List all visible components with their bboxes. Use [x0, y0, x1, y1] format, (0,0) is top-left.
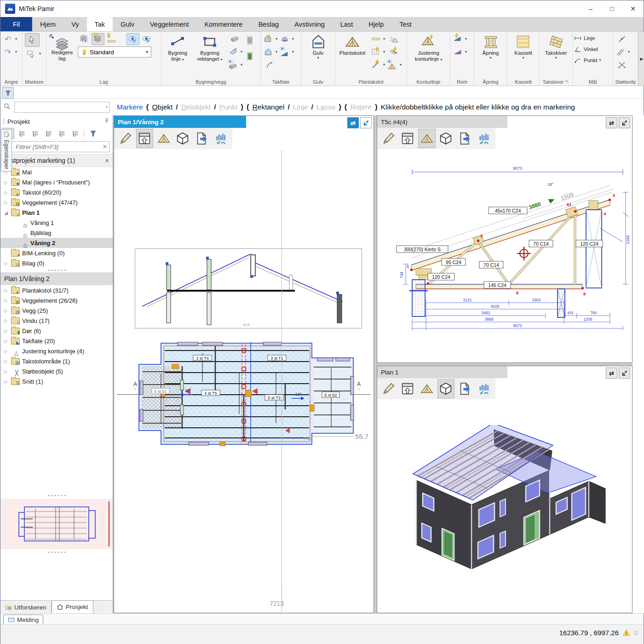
tree-item[interactable]: ▷ ⊘ Bilag (0) — [0, 258, 113, 268]
redigere-lag-button[interactable]: Redigere lag — [47, 33, 77, 78]
3d-view-button[interactable] — [437, 129, 455, 148]
mode-option[interactable]: ) — [339, 103, 341, 112]
truss-view-button[interactable] — [155, 129, 172, 148]
layer-item[interactable]: ▷ ⇅ Snitt (1) — [0, 376, 113, 386]
layer-item[interactable]: ▷ ◣ Takflate (20) — [0, 336, 113, 346]
bygning-rektangel-button[interactable]: Bygning rektangel ▾ — [194, 33, 226, 78]
support-parallel-button[interactable] — [614, 46, 627, 58]
roof-visibility-button[interactable] — [278, 46, 291, 58]
dropdown-caret-icon[interactable]: ▾ — [628, 50, 630, 54]
tab-melding[interactable]: Melding — [3, 615, 43, 625]
mode-option[interactable]: / — [311, 103, 313, 111]
mode-option[interactable]: ( — [247, 103, 249, 112]
layer-item[interactable]: ▷ ╳ Støtteobjekt (5) — [0, 366, 113, 376]
dim-punkt-button[interactable]: Punkt▾ — [574, 55, 601, 65]
tab-prosjekt[interactable]: Prosjekt — [52, 600, 93, 613]
wall-panel-button[interactable] — [227, 46, 240, 58]
expander-icon[interactable]: ▷ — [3, 369, 9, 374]
expander-icon[interactable]: ▷ — [3, 200, 9, 205]
mode-option[interactable]: Linje — [293, 103, 308, 111]
tree-settings-button[interactable] — [29, 128, 41, 139]
dropdown-caret-icon[interactable]: ▾ — [465, 37, 467, 41]
ribbon-tab[interactable]: Last — [333, 17, 361, 31]
viewport-title-bar[interactable]: Plan 1/Våning 2 — [114, 116, 246, 128]
search-combobox[interactable]: ▾ — [14, 102, 110, 113]
expander-icon[interactable]: ▷ — [3, 359, 9, 364]
expander-icon[interactable]: ▷ — [3, 261, 9, 266]
kassett-button[interactable]: Kassett ▾ — [513, 33, 533, 78]
layer-single-button[interactable] — [105, 33, 118, 45]
wall-visibility-button[interactable] — [227, 59, 240, 71]
expander-icon[interactable]: ▷ — [3, 339, 9, 344]
dropdown-caret-icon[interactable]: ▾ — [383, 63, 385, 67]
results-button[interactable] — [476, 379, 493, 398]
truss-view-button[interactable] — [418, 129, 436, 148]
design-mode-button[interactable] — [380, 129, 397, 148]
undo-button[interactable]: ↶ — [1, 33, 14, 45]
expander-icon[interactable]: ▷ — [3, 298, 9, 303]
plan-view-button[interactable] — [136, 129, 154, 148]
tree-item[interactable]: ⌂ Våning 1 — [0, 218, 113, 228]
layer-item[interactable]: ▷ △ Justering konturlinje (4) — [0, 346, 113, 356]
layer-select-dropdown[interactable]: Standard ▾ — [78, 46, 151, 58]
mode-option[interactable]: Lasso — [316, 103, 335, 111]
export-button[interactable] — [193, 129, 211, 148]
plan-view-button[interactable] — [399, 129, 417, 148]
design-mode-button[interactable] — [380, 379, 397, 398]
marquee-select-button[interactable] — [23, 48, 38, 60]
tree-item[interactable]: ▷ ▲ Takstol (60/20) — [0, 187, 113, 197]
dropdown-caret-icon[interactable]: ▾ — [276, 37, 277, 41]
support-line-button[interactable] — [615, 33, 628, 45]
ribbon-tab[interactable]: Avstivning — [287, 17, 333, 31]
search-input[interactable] — [15, 104, 106, 111]
export-button[interactable] — [456, 129, 474, 148]
layer-item[interactable]: ▷ ▦ Veggelement (26/26) — [0, 295, 113, 305]
dropdown-caret-icon[interactable]: ▾ — [276, 50, 277, 54]
layer-section-header[interactable]: Plan 1/Våning 2 — [0, 272, 113, 285]
ribbon-tab[interactable]: Vy — [63, 17, 86, 31]
dialog-launcher-icon[interactable] — [565, 80, 569, 84]
tree-sort-button[interactable] — [42, 128, 54, 139]
panel-splitter[interactable] — [0, 268, 113, 272]
layer-visibility-button[interactable] — [78, 33, 91, 45]
expander-icon[interactable]: ▷ — [3, 308, 9, 313]
ribbon-tab[interactable]: Kommentere — [197, 17, 251, 31]
mode-option[interactable]: ) — [375, 103, 378, 112]
dropdown-caret-icon[interactable]: ▾ — [241, 63, 242, 67]
support-cross-button[interactable] — [615, 59, 628, 71]
swap-view-button[interactable]: ⇄ — [606, 368, 617, 379]
layer-item[interactable]: ▷ ▲ Plantakstol (31/7) — [0, 285, 113, 295]
tab-egenskaper[interactable]: Egenskaper — [1, 129, 12, 172]
clear-filter-icon[interactable]: ✕ — [103, 144, 107, 150]
expander-icon[interactable]: ▷ — [3, 328, 9, 334]
ribbon-tab[interactable]: Test — [391, 17, 420, 31]
dim-linje-button[interactable]: Linje — [574, 33, 595, 43]
mode-option[interactable]: ) — [241, 103, 243, 112]
dropdown-caret-icon[interactable]: ▾ — [241, 50, 242, 54]
cross-truss-button[interactable] — [387, 33, 400, 45]
tree-item[interactable]: ▷ ▦ Veggelement (47/47) — [0, 197, 113, 207]
truss-layout-button[interactable] — [369, 46, 382, 58]
mode-option[interactable]: / — [288, 103, 289, 111]
dropdown-caret-icon[interactable]: ▾ — [106, 105, 109, 109]
plan-view-button[interactable] — [399, 379, 417, 398]
justering-konturlinje-button[interactable]: Justering konturlinje ▾ — [408, 33, 449, 78]
redo-button[interactable]: ↷ — [1, 46, 14, 58]
wall-tool-button[interactable] — [228, 33, 241, 45]
mode-option[interactable]: Markere — [117, 103, 143, 111]
expander-icon[interactable]: ▷ — [3, 379, 9, 384]
tree-filter-button[interactable] — [87, 128, 99, 139]
ribbon-tab[interactable]: Gulv — [113, 17, 142, 31]
viewport-title-bar[interactable]: T5c #4(4) — [377, 116, 507, 128]
pin-icon[interactable] — [104, 118, 110, 126]
expander-icon[interactable]: ▷ — [3, 288, 9, 293]
ribbon-tab[interactable]: Fil — [0, 17, 32, 31]
select-tool-button[interactable] — [25, 33, 40, 47]
gulv-button[interactable]: Gulv ▾ — [309, 33, 328, 78]
roof-house-button[interactable] — [262, 46, 275, 58]
collapse-chevron-icon[interactable]: ∧ — [105, 157, 109, 164]
tree-item[interactable]: ⌂ Bjälklag — [0, 228, 113, 238]
expander-icon[interactable]: ▷ — [3, 349, 9, 354]
ribbon-tab[interactable]: Beslag — [251, 17, 287, 31]
plan-thumbnail[interactable] — [0, 499, 113, 549]
